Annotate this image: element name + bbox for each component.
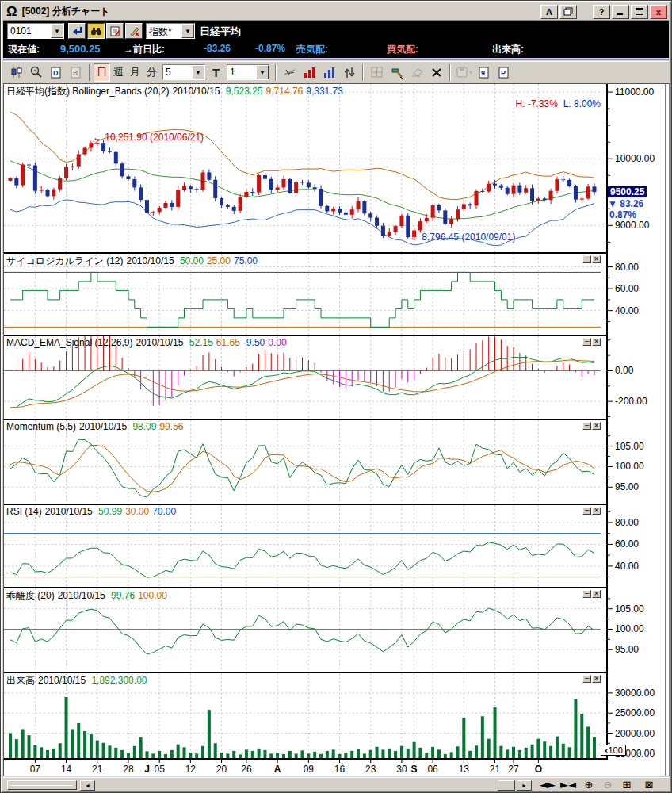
toolbar-separator — [275, 64, 277, 81]
svg-text:105.00: 105.00 — [615, 603, 644, 615]
psychological-panel[interactable]: サイコロジカルライン (12)2010/10/15 50.0025.0075.0… — [4, 254, 601, 335]
cascade-windows-button[interactable] — [559, 5, 577, 19]
svg-text:07: 07 — [30, 764, 41, 775]
toolbar-separator — [89, 64, 90, 81]
apply-symbol-button[interactable] — [68, 23, 86, 39]
minute-dropdown-icon[interactable]: ▼ — [192, 65, 204, 79]
panel-close-button[interactable]: × — [592, 255, 601, 263]
panel-close-button[interactable]: × — [592, 675, 601, 683]
panel-close-button[interactable]: × — [592, 422, 601, 430]
grid-toggle-button[interactable]: ⊞ — [618, 779, 636, 791]
panel-close-button[interactable]: × — [592, 507, 601, 515]
minimize-button[interactable] — [612, 5, 629, 19]
close-button[interactable]: x — [650, 5, 667, 19]
rsi-panel[interactable]: RSI (14)2010/10/15 50.9930.0070.00 − × — [4, 505, 601, 587]
right-scroll-strip[interactable] — [665, 84, 670, 776]
expand-bars-button[interactable]: ◄► — [539, 779, 556, 791]
scroll-right-button[interactable]: ► — [517, 780, 532, 791]
panel-minimize-button[interactable]: − — [582, 507, 591, 515]
delete-button[interactable] — [426, 63, 446, 82]
rsi-panel-header: RSI (14)2010/10/15 50.9930.0070.00 — [6, 506, 179, 517]
period-daily-button[interactable]: 日 — [94, 63, 110, 82]
panel-close-button[interactable]: × — [592, 338, 601, 346]
period-weekly-button[interactable]: 週 — [110, 63, 127, 82]
settings-tool-button[interactable] — [387, 63, 407, 82]
price-axis[interactable]: 11000.0010000.009000.0080.0060.0040.000.… — [601, 84, 664, 760]
svg-text:D: D — [53, 69, 59, 77]
svg-text:-200.00: -200.00 — [615, 396, 647, 407]
zoom-in-button[interactable]: ⊕ — [580, 779, 598, 791]
minute-interval-combo[interactable]: 5 ▼ — [162, 64, 205, 80]
svg-text:10000.00: 10000.00 — [615, 153, 655, 164]
main-chart-panel[interactable]: 日経平均(指数) Bollinger_Bands (20,2)2010/10/1… — [4, 84, 601, 252]
period-monthly-button[interactable]: 月 — [127, 63, 143, 82]
svg-text:06: 06 — [427, 764, 438, 775]
enter-icon — [71, 26, 82, 36]
scroll-handle[interactable] — [7, 780, 77, 790]
panel-minimize-button[interactable]: − — [582, 255, 591, 263]
trendline-icon — [284, 67, 296, 77]
binoculars-icon — [90, 27, 102, 36]
panel-minimize-button[interactable]: − — [582, 590, 591, 598]
close-panel-button[interactable]: ⊠ — [640, 779, 658, 791]
index-type-combo[interactable]: 指数* ▼ — [146, 23, 195, 39]
toolbar-separator — [362, 64, 364, 81]
panel-minimize-button[interactable]: − — [582, 338, 591, 346]
grid-icon — [371, 67, 383, 78]
titlebar[interactable]: Ω [5002] 分析チャート A ? x — [3, 3, 669, 21]
volume-panel-header: 出来高2010/10/15 1,892,300.00 — [6, 674, 150, 688]
scroll-left-button[interactable]: ◄ — [80, 780, 95, 791]
svg-text:28: 28 — [123, 764, 134, 775]
period-minute-button[interactable]: 分 — [143, 63, 160, 82]
grid-layout-button[interactable] — [367, 63, 387, 82]
help-button[interactable]: ? — [593, 5, 610, 19]
text-tool-button[interactable]: T — [208, 63, 224, 82]
kairi-panel[interactable]: 乖離度 (20)2010/10/15 99.76100.00 − × — [4, 588, 601, 672]
page-save-d-button[interactable]: 9 — [474, 63, 494, 82]
bars-count-combo[interactable]: 1 ▼ — [227, 64, 269, 80]
blue-bars-icon — [323, 67, 335, 78]
svg-text:14: 14 — [61, 764, 72, 775]
chart-toolbar: D R 日 週 月 分 5 ▼ T 1 ▼ — [3, 61, 669, 82]
eraser-button[interactable] — [407, 63, 426, 82]
zoom-chart-button[interactable] — [26, 63, 46, 82]
bars-dropdown-icon[interactable]: ▼ — [256, 65, 269, 79]
svg-text:9000.00: 9000.00 — [615, 220, 650, 231]
clear-draw-button[interactable] — [125, 23, 143, 39]
page-save-p-button[interactable]: P — [494, 63, 514, 82]
macd-panel[interactable]: MACD_EMA_Signal (12,26,9)2010/10/15 52.1… — [4, 336, 601, 419]
page-default-button[interactable]: D — [46, 63, 66, 82]
panel-close-button[interactable]: × — [592, 590, 601, 598]
pen-x-icon — [129, 26, 139, 36]
edit-memo-button[interactable] — [106, 23, 124, 39]
bottom-scrollbar: ◄ ► ◄► ►◄ ⊕ ⊖ ⊞ ⊠ — [3, 777, 669, 791]
index-type-value: 指数* — [147, 24, 181, 38]
sort-updown-button[interactable] — [339, 63, 359, 82]
compress-bars-button[interactable]: ►◄ — [559, 779, 577, 791]
index-dropdown-icon[interactable]: ▼ — [181, 24, 194, 38]
low-pct: L: 8.00% — [563, 98, 601, 109]
blue-histogram-button[interactable] — [319, 63, 339, 82]
instrument-name: 日経平均 — [200, 25, 241, 39]
symbol-code-value: 0101 — [8, 24, 51, 38]
symbol-dropdown-icon[interactable]: ▼ — [51, 24, 63, 38]
font-button[interactable]: A — [540, 5, 558, 19]
magnifier-icon — [29, 66, 43, 79]
momentum-panel[interactable]: Momentum (5,5)2010/10/15 98.0999.56 − × — [4, 420, 601, 504]
svg-text:26: 26 — [241, 764, 252, 775]
maximize-button[interactable] — [631, 5, 648, 19]
candlestick-mode-button[interactable] — [6, 63, 26, 82]
zoom-out-button[interactable]: ⊖ — [599, 779, 617, 791]
page-restore-button[interactable]: R — [66, 63, 86, 82]
search-button[interactable] — [87, 23, 105, 39]
trendline-tool-button[interactable] — [280, 63, 300, 82]
panel-minimize-button[interactable]: − — [582, 422, 591, 430]
save-layout-button[interactable] — [454, 63, 474, 82]
volume-panel[interactable]: 出来高2010/10/15 1,892,300.00 − × — [4, 673, 601, 758]
red-histogram-button[interactable] — [300, 63, 319, 82]
panel-minimize-button[interactable]: − — [582, 675, 591, 683]
hammer-icon — [391, 67, 403, 79]
svg-text:95.00: 95.00 — [615, 644, 639, 655]
symbol-code-combo[interactable]: 0101 ▼ — [7, 23, 64, 39]
scroll-thumb[interactable] — [498, 780, 515, 791]
